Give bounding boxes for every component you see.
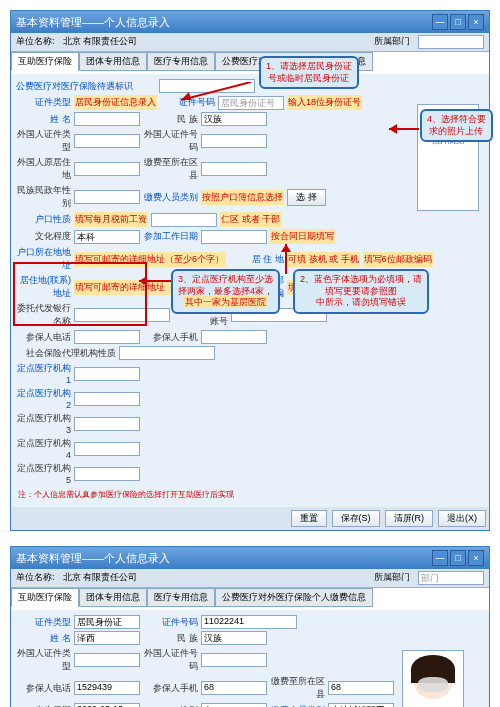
idtype-label: 证件类型 bbox=[16, 616, 71, 629]
unit-label: 单位名称: bbox=[16, 35, 55, 49]
maximize-icon[interactable]: □ bbox=[450, 14, 466, 30]
button-bar-1: 重置 保存(S) 清屏(R) 退出(X) bbox=[11, 507, 489, 530]
idno-input[interactable]: 11022241 bbox=[201, 615, 297, 629]
tab2-0[interactable]: 互助医疗保险 bbox=[11, 588, 79, 607]
close-icon[interactable]: × bbox=[468, 550, 484, 566]
hh-hint: 填写每月税前工资 bbox=[74, 212, 148, 227]
exit-button[interactable]: 退出(X) bbox=[438, 510, 486, 527]
fidtype-input[interactable] bbox=[74, 653, 140, 667]
med3-input[interactable] bbox=[74, 417, 140, 431]
unit-value-2: 北京 有限责任公司 bbox=[63, 571, 138, 585]
svg-marker-1 bbox=[181, 92, 191, 100]
save-button[interactable]: 保存(S) bbox=[332, 510, 380, 527]
dept-label-2: 所属部门 bbox=[374, 571, 410, 585]
post1-hint: 填写6位邮政编码 bbox=[363, 252, 433, 267]
ptype-label: 缴费人员类别 bbox=[143, 191, 198, 204]
callout3-text: 3、定点医疗机构至少选 择两家，最多选择4家， bbox=[178, 274, 273, 296]
fhome-label: 外国人原居住地 bbox=[16, 156, 71, 182]
med3-label: 定点医疗机构3 bbox=[16, 412, 71, 435]
idtype-label: 证件类型 bbox=[16, 96, 71, 109]
med5-input[interactable] bbox=[74, 467, 140, 481]
name-input[interactable] bbox=[74, 112, 140, 126]
idtype-input[interactable]: 居民身份证 bbox=[74, 615, 140, 629]
tab-1[interactable]: 团体专用信息 bbox=[79, 52, 147, 71]
minimize-icon[interactable]: — bbox=[432, 550, 448, 566]
phone-label: 参保人电话 bbox=[16, 331, 71, 344]
dob-input[interactable]: 2020-03-13 bbox=[74, 703, 140, 707]
mobile-input[interactable] bbox=[201, 330, 267, 344]
name-input[interactable]: 泽西 bbox=[74, 631, 140, 645]
callout-2: 2、蓝色字体选项为必填项，请 填写更要请参照图 中所示，请勿填写错误 bbox=[293, 269, 429, 314]
select-button[interactable]: 选 择 bbox=[287, 189, 326, 206]
tabs-2: 互助医疗保险 团体专用信息 医疗专用信息 公费医疗对外医疗保险个人缴费信息 bbox=[11, 588, 489, 607]
gender-input[interactable]: 女 bbox=[201, 703, 267, 707]
ptype-label: 缴费人员类别 bbox=[270, 704, 325, 708]
med1-input[interactable] bbox=[74, 367, 140, 381]
name-label: 姓 名 bbox=[16, 632, 71, 645]
nation-label: 民 族 bbox=[143, 113, 198, 126]
med5-label: 定点医疗机构5 bbox=[16, 462, 71, 485]
dob-label: 出生日期 bbox=[16, 704, 71, 708]
fidtype-input[interactable] bbox=[74, 134, 140, 148]
name-label: 姓 名 bbox=[16, 113, 71, 126]
svg-marker-5 bbox=[139, 276, 147, 286]
callout-3: 3、定点医疗机构至少选 择两家，最多选择4家， 其中一家为基层医院 bbox=[171, 269, 280, 314]
fhome-input[interactable] bbox=[74, 162, 140, 176]
maximize-icon[interactable]: □ bbox=[450, 550, 466, 566]
callout3-hi: 其中一家为基层医院 bbox=[184, 296, 267, 308]
window-title-2: 基本资料管理——个人信息录入 bbox=[16, 551, 170, 566]
nation-input[interactable]: 汉族 bbox=[201, 631, 267, 645]
exp-input[interactable] bbox=[201, 162, 267, 176]
unit-label-2: 单位名称: bbox=[16, 571, 55, 585]
section-label: 公费医疗对医疗保险待遇标识 bbox=[16, 80, 156, 93]
close-icon[interactable]: × bbox=[468, 14, 484, 30]
fidno-input[interactable] bbox=[201, 653, 267, 667]
nation-input[interactable]: 汉族 bbox=[201, 112, 267, 126]
photo-preview bbox=[402, 650, 464, 707]
minimize-icon[interactable]: — bbox=[432, 14, 448, 30]
arrow-callout3 bbox=[139, 274, 174, 289]
phone-input[interactable] bbox=[74, 330, 140, 344]
phone-input[interactable]: 1529439 bbox=[74, 681, 140, 695]
edu-label: 文化程度 bbox=[16, 230, 71, 243]
tab2-3[interactable]: 公费医疗对外医疗保险个人缴费信息 bbox=[215, 588, 373, 607]
join-label: 参加工作日期 bbox=[143, 230, 198, 243]
titlebar-1: 基本资料管理——个人信息录入 — □ × bbox=[11, 11, 489, 33]
hh-label: 户口性质 bbox=[16, 213, 71, 226]
mobile-label: 参保人手机 bbox=[143, 682, 198, 695]
svg-marker-3 bbox=[389, 124, 397, 134]
unit-toolbar: 单位名称: 北京 有限责任公司 所属部门 bbox=[11, 33, 489, 52]
region-input[interactable]: 68 bbox=[328, 681, 394, 695]
hh-sel[interactable] bbox=[151, 213, 217, 227]
dept-input-2[interactable]: 部门 bbox=[418, 571, 484, 585]
med4-input[interactable] bbox=[74, 442, 140, 456]
window-1: 基本资料管理——个人信息录入 — □ × 单位名称: 北京 有限责任公司 所属部… bbox=[10, 10, 490, 531]
gender-input[interactable] bbox=[74, 190, 140, 204]
svg-line-0 bbox=[181, 82, 251, 100]
fidno-input[interactable] bbox=[201, 134, 267, 148]
tab2-1[interactable]: 团体专用信息 bbox=[79, 588, 147, 607]
clear-button[interactable]: 清屏(R) bbox=[385, 510, 434, 527]
npay-label: 社会保险代理机构性质 bbox=[16, 347, 116, 360]
tab-0[interactable]: 互助医疗保险 bbox=[11, 52, 79, 71]
fidno-label: 外国人证件号码 bbox=[143, 647, 198, 673]
face-icon bbox=[413, 659, 453, 699]
idtype-value[interactable]: 居民身份证信息录入 bbox=[74, 95, 157, 110]
med2-input[interactable] bbox=[74, 392, 140, 406]
fidno-label: 外国人证件号码 bbox=[143, 128, 198, 154]
nation-label: 民 族 bbox=[143, 632, 198, 645]
npay-input[interactable] bbox=[119, 346, 215, 360]
svg-marker-7 bbox=[281, 244, 291, 252]
mobile-input[interactable]: 68 bbox=[201, 681, 267, 695]
callout-4: 4、选择符合要 求的照片上传 bbox=[420, 109, 493, 142]
tab-2[interactable]: 医疗专用信息 bbox=[147, 52, 215, 71]
dept-input[interactable] bbox=[418, 35, 484, 49]
edu-input[interactable]: 本科 bbox=[74, 230, 140, 244]
join-input[interactable] bbox=[201, 230, 267, 244]
fidtype-label: 外国人证件类型 bbox=[16, 647, 71, 673]
reset-button[interactable]: 重置 bbox=[291, 510, 327, 527]
phone-label: 参保人电话 bbox=[16, 682, 71, 695]
titlebar-2: 基本资料管理——个人信息录入 — □ × bbox=[11, 547, 489, 569]
tab2-2[interactable]: 医疗专用信息 bbox=[147, 588, 215, 607]
ptype-input[interactable]: 本地城镇职工 bbox=[328, 703, 394, 707]
